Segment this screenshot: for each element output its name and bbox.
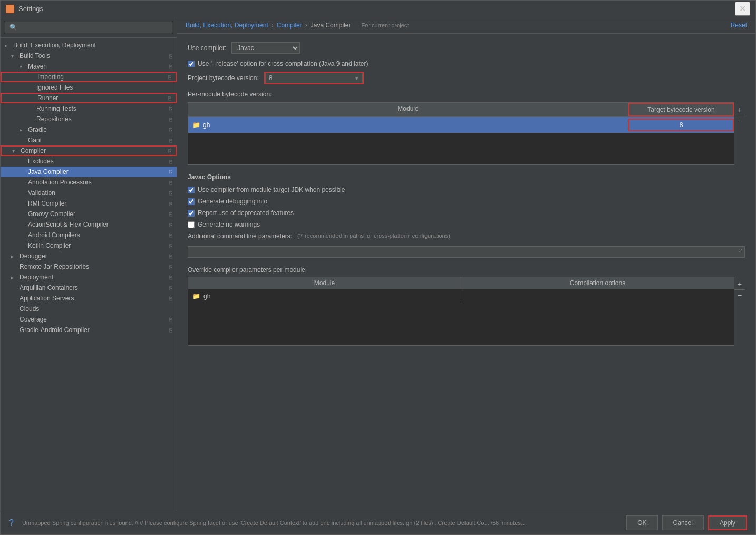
remove-override-button[interactable]: − [734,290,745,300]
sidebar-item-importing[interactable]: Importing⎘ [1,72,177,82]
sidebar-item-label: Runner [37,94,58,102]
opt4-checkbox[interactable] [188,221,195,228]
bytecode-version-select[interactable]: 8 11 17 [265,73,363,83]
apply-button[interactable]: Apply [708,515,747,530]
sidebar-item-kotlin-compiler[interactable]: Kotlin Compiler⎘ [1,240,177,251]
sidebar-item-running-tests[interactable]: Running Tests⎘ [1,103,177,114]
sidebar-item-gradle-android[interactable]: Gradle-Android Compiler⎘ [1,325,177,335]
compilation-options-cell [461,295,734,298]
search-input[interactable] [5,22,172,33]
sidebar-item-gradle[interactable]: ▸Gradle⎘ [1,124,177,135]
sidebar-item-validation[interactable]: Validation⎘ [1,188,177,198]
sidebar-item-remote-jar[interactable]: Remote Jar Repositories⎘ [1,261,177,272]
breadcrumb-sep2: › [305,22,307,29]
override-table-buttons: + − [734,277,745,300]
sidebar-item-java-compiler[interactable]: Java Compiler⎘ [1,167,177,177]
table-row[interactable]: 📁gh8 [188,117,734,133]
sidebar-item-clouds[interactable]: Clouds [1,304,177,314]
opt1-checkbox[interactable] [188,187,195,193]
copy-icon: ⎘ [169,275,172,280]
copy-icon: ⎘ [169,127,172,133]
sidebar-item-maven[interactable]: ▾Maven⎘ [1,61,177,72]
add-module-button[interactable]: + [734,104,745,115]
compiler-row: Use compiler: Javac [188,42,745,54]
cmd-params-note: ('/' recommended in paths for cross-plat… [297,232,450,239]
sidebar-item-ignored-files[interactable]: Ignored Files [1,82,177,93]
expand-icon[interactable]: ⤢ [739,248,743,254]
sidebar-item-android-compilers[interactable]: Android Compilers⎘ [1,230,177,240]
opt2-label: Generate debugging info [198,198,267,205]
copy-icon: ⎘ [169,180,172,186]
sidebar-item-label: Arquillian Containers [20,284,78,291]
sidebar-tree: ▸Build, Execution, Deployment▾Build Tool… [1,38,177,511]
module-name: gh [203,121,210,129]
title-bar: Settings ✕ [1,1,755,17]
sidebar-item-label: Importing [37,73,64,81]
sidebar-item-arquillian[interactable]: Arquillian Containers⎘ [1,283,177,293]
close-button[interactable]: ✕ [735,2,750,16]
breadcrumb-part3: Java Compiler [311,22,351,29]
sidebar-item-label: ActionScript & Flex Compiler [28,221,109,228]
release-option-checkbox[interactable] [188,61,195,67]
cmd-params-input[interactable] [188,246,745,258]
sidebar-item-build-exec-deploy[interactable]: ▸Build, Execution, Deployment [1,40,177,51]
override-label: Override compiler parameters per-module: [188,266,745,274]
opt4-label: Generate no warnings [198,221,260,228]
sidebar-item-runner[interactable]: Runner⎘ [1,93,177,103]
cancel-button[interactable]: Cancel [662,515,704,530]
sidebar-item-annotation-processors[interactable]: Annotation Processors⎘ [1,177,177,188]
copy-icon: ⎘ [169,138,172,143]
sidebar-item-build-tools[interactable]: ▾Build Tools⎘ [1,51,177,61]
ok-button[interactable]: OK [626,515,657,530]
remove-module-button[interactable]: − [734,115,745,126]
copy-icon: ⎘ [169,243,172,249]
copy-icon: ⎘ [169,159,172,164]
sidebar-item-repositories[interactable]: Repositories⎘ [1,114,177,124]
sidebar: ▸Build, Execution, Deployment▾Build Tool… [1,17,177,511]
javac-options-title: Javac Options [188,173,745,181]
sidebar-item-actionscript-flex[interactable]: ActionScript & Flex Compiler⎘ [1,219,177,230]
expand-icon: ▾ [12,148,18,154]
help-icon[interactable]: ? [9,518,14,528]
expand-icon: ▾ [20,64,26,70]
copy-icon: ⎘ [169,327,172,333]
reset-button[interactable]: Reset [731,22,747,29]
opt3-checkbox[interactable] [188,210,195,217]
table-row[interactable]: 📁gh [188,289,734,303]
module-icon: 📁 [192,121,200,129]
window-title: Settings [18,5,735,13]
opt2-checkbox[interactable] [188,198,195,205]
breadcrumb-sep1: › [272,22,274,29]
add-override-button[interactable]: + [734,279,745,290]
sidebar-item-coverage[interactable]: Coverage⎘ [1,314,177,325]
override-col-module: Module [188,277,461,289]
sidebar-item-compiler[interactable]: ▾Compiler⎘ [1,145,177,156]
sidebar-item-label: Deployment [20,274,53,281]
copy-icon: ⎘ [169,254,172,259]
sidebar-item-debugger[interactable]: ▸Debugger⎘ [1,251,177,261]
per-module-empty [188,133,734,164]
copy-icon: ⎘ [169,64,172,70]
module-icon: 📁 [192,293,200,300]
opt3-row: Report use of deprecated features [188,209,745,217]
compiler-select[interactable]: Javac [231,42,300,54]
copy-icon: ⎘ [169,264,172,270]
breadcrumb-part1[interactable]: Build, Execution, Deployment [186,22,268,29]
sidebar-item-gant[interactable]: Gant⎘ [1,135,177,145]
opt2-row: Generate debugging info [188,198,745,205]
expand-icon: ▸ [11,254,17,259]
bytecode-version-wrapper: 8 11 17 ▼ [264,72,364,84]
sidebar-item-label: Build, Execution, Deployment [13,42,96,49]
bottom-bar: ? Unmapped Spring configuration files fo… [1,511,755,534]
breadcrumb-part2[interactable]: Compiler [277,22,302,29]
opt1-row: Use compiler from module target JDK when… [188,186,745,193]
per-module-table-buttons: + − [734,102,745,126]
sidebar-item-app-servers[interactable]: Application Servers⎘ [1,293,177,304]
sidebar-item-deployment[interactable]: ▸Deployment⎘ [1,272,177,283]
sidebar-item-excludes[interactable]: Excludes⎘ [1,156,177,167]
main-panel: Build, Execution, Deployment › Compiler … [177,17,755,511]
sidebar-item-rmi-compiler[interactable]: RMI Compiler⎘ [1,198,177,209]
sidebar-item-groovy-compiler[interactable]: Groovy Compiler⎘ [1,209,177,219]
copy-icon: ⎘ [169,106,172,112]
copy-icon: ⎘ [169,222,172,228]
